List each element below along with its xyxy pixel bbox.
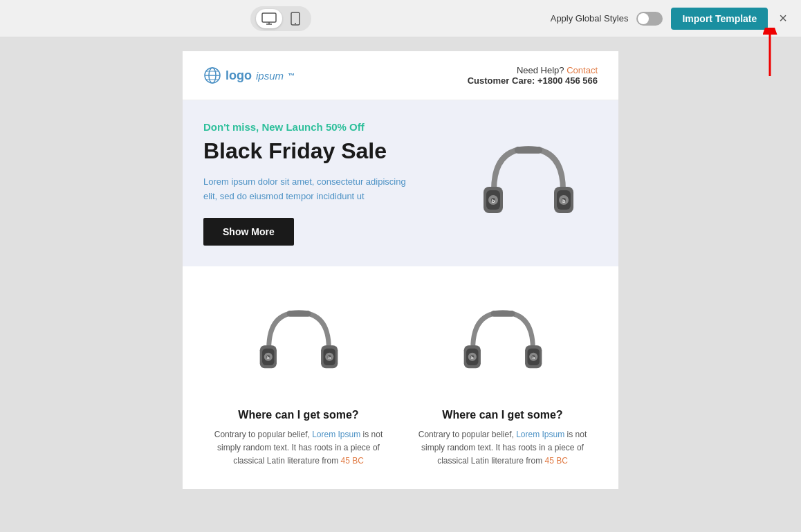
hero-description: Lorem ipsum dolor sit amet, consectetur … (203, 175, 411, 204)
logo: logo ipsum ™ (203, 66, 295, 84)
import-template-button[interactable]: Import Template (671, 8, 768, 30)
svg-text:b: b (267, 356, 270, 360)
phone-icon (291, 12, 300, 26)
red-arrow-indicator (756, 28, 784, 86)
product-desc-start-1: Contrary to popular belief, (214, 430, 312, 439)
hero-desc-lorem: Lorem ipsum (203, 176, 255, 187)
svg-text:b: b (562, 199, 565, 203)
product-card-1: b b Where can I get some? Contrary to po… (203, 287, 394, 468)
global-styles-toggle[interactable] (636, 12, 663, 26)
svg-text:b: b (532, 356, 535, 360)
svg-rect-44 (490, 311, 515, 317)
mobile-view-button[interactable] (285, 9, 306, 28)
contact-link[interactable]: Contact (567, 65, 598, 75)
toolbar: Apply Global Styles Import Template × (0, 0, 801, 37)
desktop-view-button[interactable] (256, 9, 282, 28)
product-lorem-link-1: Lorem Ipsum (312, 430, 360, 439)
logo-ipsum: ipsum (256, 70, 284, 82)
hero-product-image: b b (459, 121, 598, 246)
product-year-1: 45 BC (341, 456, 364, 466)
hero-title: Black Friday Sale (203, 138, 459, 164)
svg-point-4 (295, 23, 296, 24)
toolbar-right: Apply Global Styles Import Template × (551, 8, 790, 30)
product-desc-2: Contrary to popular belief, Lorem Ipsum … (407, 428, 598, 468)
product-title-2: Where can I get some? (442, 409, 562, 421)
hero-section: Don't miss, New Launch 50% Off Black Fri… (183, 100, 618, 266)
global-styles-label: Apply Global Styles (551, 13, 629, 24)
device-toggle-group (250, 6, 311, 31)
logo-text: logo (225, 68, 252, 83)
product-year-2: 45 BC (545, 456, 568, 466)
email-template: logo ipsum ™ Need Help? Contact Customer… (183, 51, 618, 489)
logo-trademark: ™ (288, 72, 295, 80)
svg-rect-0 (262, 13, 276, 22)
svg-rect-22 (515, 147, 542, 154)
product-image-1: b b (243, 287, 354, 398)
product-desc-start-2: Contrary to popular belief, (418, 430, 516, 439)
svg-text:b: b (471, 356, 474, 360)
svg-text:b: b (492, 199, 495, 203)
show-more-button[interactable]: Show More (203, 218, 294, 246)
product-lorem-link-2: Lorem Ipsum (516, 430, 564, 439)
customer-care-label: Customer Care: (468, 75, 535, 86)
customer-care-line: Customer Care: +1800 456 566 (468, 75, 598, 86)
product-card-2: b b Where can I get some? Contrary to po… (407, 287, 598, 468)
hero-headphones-icon: b b (477, 131, 580, 235)
product-title-1: Where can I get some? (238, 409, 358, 421)
products-section: b b Where can I get some? Contrary to po… (183, 266, 618, 489)
main-content: logo ipsum ™ Need Help? Contact Customer… (0, 37, 801, 532)
help-area: Need Help? Contact Customer Care: +1800 … (468, 65, 598, 86)
phone-number: +1800 456 566 (537, 75, 598, 86)
logo-globe-icon (203, 66, 221, 84)
close-button[interactable]: × (776, 8, 790, 29)
monitor-icon (261, 12, 277, 25)
hero-text: Don't miss, New Launch 50% Off Black Fri… (203, 121, 459, 246)
product-headphones-icon-1: b b (254, 297, 344, 387)
svg-text:b: b (328, 356, 331, 360)
email-header: logo ipsum ™ Need Help? Contact Customer… (183, 51, 618, 100)
product-image-2: b b (448, 287, 558, 398)
product-headphones-icon-2: b b (458, 297, 548, 387)
product-desc-1: Contrary to popular belief, Lorem Ipsum … (203, 428, 394, 468)
need-help-text: Need Help? (517, 65, 564, 75)
hero-subtitle: Don't miss, New Launch 50% Off (203, 121, 459, 133)
need-help-line: Need Help? Contact (468, 65, 598, 75)
svg-rect-33 (286, 311, 311, 317)
